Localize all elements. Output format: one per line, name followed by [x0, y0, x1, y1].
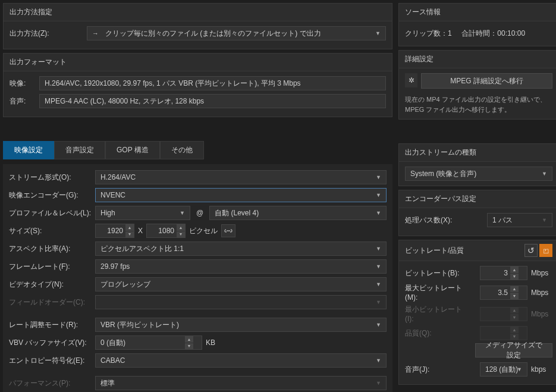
gear-icon: ✲ — [405, 73, 417, 87]
advanced-title: 詳細設定 — [399, 51, 556, 68]
source-info-panel: ソース情報 クリップ数：1 合計時間：00:10:00 — [398, 3, 556, 46]
width-down-icon[interactable]: ▼ — [125, 231, 134, 238]
encoder-select[interactable]: NVENC — [95, 188, 387, 202]
size-unit: ピクセル — [189, 226, 218, 236]
stream-format-label: ストリーム形式(O): — [9, 173, 95, 183]
width-up-icon[interactable]: ▲ — [125, 224, 134, 231]
max-bitrate-label: 最大ビットレート(M): — [405, 283, 470, 302]
tab-other[interactable]: その他 — [160, 141, 204, 159]
output-format-panel: 出力フォーマット 映像: H.264/AVC, 1920x1080, 29.97… — [3, 53, 392, 117]
media-size-button[interactable]: メディアサイズで設定 — [475, 343, 552, 357]
videotype-label: ビデオタイプ(N): — [9, 280, 95, 290]
audio-bitrate-select[interactable]: 128 (自動) — [480, 362, 527, 377]
mpeg-advanced-button[interactable]: MPEG 詳細設定へ移行 — [421, 73, 552, 89]
output-stream-panel: 出力ストリームの種類 System (映像と音声) — [398, 143, 556, 186]
output-method-label: 出力方法(Z): — [10, 29, 87, 39]
aspect-select[interactable]: ピクセルアスペクト比 1:1 — [95, 242, 387, 256]
encoder-label: 映像エンコーダー(G): — [9, 190, 95, 200]
output-stream-select[interactable]: System (映像と音声) — [405, 167, 552, 181]
height-input[interactable]: ▲▼ — [146, 224, 186, 238]
output-format-title: 出力フォーマット — [4, 54, 392, 71]
bitrate-panel: ビットレート/品質 ↺ ⏍ ビットレート(B): ▲▼ Mbps 最大ビットレー… — [398, 240, 556, 385]
videotype-select[interactable]: プログレッシブ — [95, 277, 387, 291]
stream-format-select[interactable]: H.264/AVC — [95, 170, 387, 184]
vbv-input[interactable]: ▲▼ — [95, 335, 202, 350]
aspect-label: アスペクト比率(A): — [9, 244, 95, 254]
max-bitrate-input[interactable]: ▲▼ — [480, 286, 527, 300]
estimated-size-row: 予想ファイルサイズ: 224.12 MB — [398, 388, 556, 392]
tab-gop[interactable]: GOP 構造 — [105, 141, 160, 159]
bitrate-up-icon[interactable]: ▲ — [510, 266, 519, 274]
advanced-desc: 現在の MP4 ファイル出力の設定を引き継いで、MPEG ファイル出力へ移行しま… — [405, 92, 552, 114]
size-x: X — [138, 227, 143, 235]
audio-bitrate-unit: kbps — [531, 365, 552, 374]
video-format-value: H.264/AVC, 1920x1080, 29.97 fps, 1 パス VB… — [39, 76, 386, 90]
max-bitrate-up-icon[interactable]: ▲ — [510, 286, 519, 293]
fps-label: フレームレート(F): — [9, 262, 95, 272]
performance-select: 標準 — [95, 376, 387, 390]
output-method-panel: 出力方法指定 出力方法(Z): → クリップ毎に別々のファイル (または別々のフ… — [3, 3, 392, 49]
audio-format-label: 音声: — [10, 96, 39, 106]
settings-tabs: 映像設定 音声設定 GOP 構造 その他 — [3, 141, 392, 159]
ratemode-label: レート調整モード(R): — [9, 320, 95, 330]
level-select[interactable]: 自動 (Level 4) — [209, 206, 387, 220]
tab-audio[interactable]: 音声設定 — [54, 141, 105, 159]
link-size-icon[interactable] — [221, 224, 235, 237]
profile-label: プロファイル＆レベル(L): — [9, 208, 95, 218]
height-down-icon[interactable]: ▼ — [177, 231, 185, 238]
max-bitrate-down-icon[interactable]: ▼ — [510, 293, 519, 299]
reset-icon[interactable]: ↺ — [524, 244, 538, 257]
entropy-label: エントロピー符号化(E): — [9, 356, 95, 366]
source-info-line: クリップ数：1 合計時間：00:10:00 — [405, 26, 552, 41]
video-settings-body: ストリーム形式(O): H.264/AVC 映像エンコーダー(G): NVENC… — [3, 164, 392, 392]
profile-at: @ — [196, 209, 203, 217]
bitrate-down-icon[interactable]: ▼ — [510, 274, 519, 280]
pass-count-select: 1 パス — [487, 213, 552, 227]
video-format-label: 映像: — [10, 79, 39, 89]
entropy-select[interactable]: CABAC — [95, 353, 387, 368]
height-up-icon[interactable]: ▲ — [177, 224, 185, 231]
min-bitrate-input: ▲▼ — [480, 307, 527, 321]
output-method-value: クリップ毎に別々のファイル (または別々のファイルセット) で出力 — [105, 29, 321, 39]
bitrate-title: ビットレート/品質 — [405, 246, 464, 256]
quality-label: 品質(Q): — [405, 328, 470, 338]
output-stream-title: 出力ストリームの種類 — [399, 144, 556, 162]
fieldorder-select — [95, 295, 387, 309]
source-info-title: ソース情報 — [399, 4, 556, 21]
advanced-panel: 詳細設定 ✲ MPEG 詳細設定へ移行 現在の MP4 ファイル出力の設定を引き… — [398, 50, 556, 120]
fps-select[interactable]: 29.97 fps — [95, 259, 387, 274]
width-input[interactable]: ▲▼ — [95, 224, 134, 238]
performance-label: パフォーマンス(P): — [9, 378, 95, 388]
lock-bitrate-icon[interactable]: ⏍ — [539, 244, 552, 257]
ratemode-select[interactable]: VBR (平均ビットレート) — [95, 318, 387, 332]
pass-count-label: 処理パス数(X): — [405, 215, 464, 225]
size-label: サイズ(S): — [9, 226, 95, 236]
tab-video[interactable]: 映像設定 — [3, 141, 54, 159]
vbv-unit: KB — [206, 338, 215, 347]
encoder-pass-panel: エンコーダーパス設定 処理パス数(X): 1 パス — [398, 190, 556, 236]
quality-input: ▲▼ — [480, 326, 527, 340]
audio-bitrate-label: 音声(J): — [405, 365, 470, 375]
min-bitrate-unit: Mbps — [531, 310, 552, 318]
bitrate-input[interactable]: ▲▼ — [480, 266, 527, 280]
output-method-title: 出力方法指定 — [4, 4, 392, 21]
vbv-down-icon[interactable]: ▼ — [185, 343, 193, 350]
fieldorder-label: フィールドオーダー(C): — [9, 297, 95, 308]
profile-select[interactable]: High — [95, 206, 190, 220]
min-bitrate-label: 最小ビットレート(I): — [405, 305, 470, 323]
vbv-up-icon[interactable]: ▲ — [185, 336, 193, 343]
bitrate-label: ビットレート(B): — [405, 268, 470, 278]
output-split-icon: → — [92, 29, 102, 38]
bitrate-unit: Mbps — [531, 269, 552, 277]
encoder-pass-title: エンコーダーパス設定 — [399, 190, 556, 208]
audio-format-value: MPEG-4 AAC (LC), 48000 Hz, ステレオ, 128 kbp… — [39, 94, 386, 108]
vbv-label: VBV バッファサイズ(V): — [9, 338, 95, 348]
max-bitrate-unit: Mbps — [531, 288, 552, 297]
output-method-select[interactable]: → クリップ毎に別々のファイル (または別々のファイルセット) で出力 — [87, 26, 386, 40]
